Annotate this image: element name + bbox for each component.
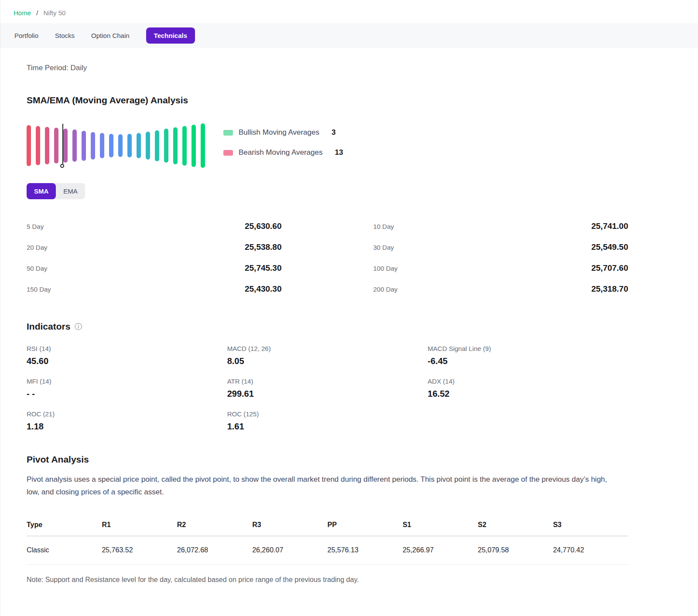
- sma-section-title: SMA/EMA (Moving Average) Analysis: [27, 95, 628, 106]
- pivot-table-header-row: Type R1 R2 R3 PP S1 S2 S3: [27, 516, 628, 536]
- gauge-bar: [137, 133, 141, 158]
- sma-section: SMA/EMA (Moving Average) Analysis Bullis…: [27, 95, 628, 299]
- gauge-bar: [54, 128, 58, 163]
- sma-period-value: 25,549.50: [591, 242, 628, 252]
- breadcrumb-home-link[interactable]: Home: [14, 9, 31, 17]
- pivot-cell: 25,079.58: [478, 536, 553, 565]
- sma-value-row: 100 Day 25,707.60: [373, 258, 629, 279]
- gauge-bar: [201, 123, 205, 168]
- pivot-cell: 26,260.07: [252, 536, 327, 565]
- pivot-col-header: PP: [328, 516, 403, 536]
- indicator-label: ADX (14): [428, 378, 628, 385]
- pivot-title: Pivot Analysis: [27, 454, 628, 465]
- indicators-section: Indicators ⓘ RSI (14) 45.60 MACD (12, 26…: [27, 321, 628, 432]
- indicator-label: ROC (21): [27, 410, 227, 418]
- indicator-item: ADX (14) 16.52: [428, 378, 628, 399]
- legend-bearish: Bearish Moving Averages 13: [223, 148, 343, 157]
- pivot-section: Pivot Analysis Pivot analysis uses a spe…: [27, 454, 628, 584]
- pivot-cell: 25,763.52: [102, 536, 177, 565]
- sma-value-row: 10 Day 25,741.00: [373, 216, 629, 237]
- info-icon[interactable]: ⓘ: [75, 323, 82, 330]
- tab-stocks[interactable]: Stocks: [55, 27, 75, 44]
- sma-values-grid: 5 Day 25,630.60 10 Day 25,741.00 20 Day …: [27, 216, 628, 299]
- pivot-note: Note: Support and Resistance level for t…: [27, 576, 628, 584]
- indicator-label: RSI (14): [27, 345, 227, 352]
- bearish-swatch-icon: [223, 150, 233, 156]
- gauge-bar: [173, 127, 178, 164]
- indicators-grid: RSI (14) 45.60 MACD (12, 26) 8.05 MACD S…: [27, 345, 628, 432]
- bearish-count: 13: [335, 148, 343, 157]
- sma-period-label: 200 Day: [373, 286, 398, 293]
- indicator-item: ATR (14) 299.61: [227, 378, 428, 399]
- ma-gauge-bars: [27, 122, 205, 169]
- sma-period-value: 25,538.80: [245, 242, 282, 252]
- pivot-col-header: S2: [478, 516, 553, 536]
- needle-knob: [60, 164, 64, 168]
- gauge-bar: [36, 126, 40, 165]
- pivot-cell: 24,770.42: [553, 536, 628, 565]
- sma-period-label: 50 Day: [27, 265, 48, 272]
- ema-toggle-button[interactable]: EMA: [56, 183, 85, 199]
- time-period-label: Time Period: Daily: [27, 64, 628, 72]
- tab-technicals[interactable]: Technicals: [146, 27, 195, 44]
- pivot-col-header: S3: [553, 516, 628, 536]
- pivot-table-row: Classic 25,763.52 26,072.68 26,260.07 25…: [27, 536, 628, 565]
- sma-period-value: 25,707.60: [591, 263, 628, 273]
- indicator-value: 1.61: [227, 422, 428, 432]
- bullish-count: 3: [332, 128, 335, 137]
- indicator-label: MACD (12, 26): [227, 345, 428, 352]
- pivot-col-header: S1: [403, 516, 478, 536]
- sma-period-value: 25,318.70: [591, 284, 628, 294]
- sma-ema-toggle: SMA EMA: [27, 183, 85, 199]
- tab-portfolio[interactable]: Portfolio: [14, 27, 38, 44]
- gauge-bar: [45, 127, 49, 164]
- indicator-item: RSI (14) 45.60: [27, 345, 227, 366]
- indicator-value: 299.61: [227, 389, 428, 399]
- sma-period-value: 25,630.60: [245, 221, 282, 231]
- sma-value-row: 20 Day 25,538.80: [27, 237, 282, 258]
- needle-line: [62, 124, 63, 164]
- gauge-bar: [91, 132, 95, 160]
- bearish-label: Bearish Moving Averages: [239, 148, 322, 157]
- sma-period-label: 150 Day: [27, 286, 51, 293]
- indicator-value: 16.52: [428, 389, 628, 399]
- indicator-value: - -: [27, 389, 227, 399]
- sma-value-row: 5 Day 25,630.60: [27, 216, 282, 237]
- indicator-label: ATR (14): [227, 378, 428, 385]
- bullish-label: Bullish Moving Averages: [239, 128, 319, 137]
- indicator-label: MACD Signal Line (9): [428, 345, 628, 352]
- sma-period-label: 30 Day: [373, 244, 394, 251]
- sma-toggle-button[interactable]: SMA: [27, 183, 56, 199]
- legend-bullish: Bullish Moving Averages 3: [223, 128, 343, 137]
- gauge-bar: [182, 126, 187, 166]
- gauge-bar: [118, 134, 123, 157]
- sma-period-value: 25,741.00: [591, 221, 628, 231]
- sma-period-value: 25,745.30: [245, 263, 282, 273]
- tab-option-chain[interactable]: Option Chain: [91, 27, 130, 44]
- pivot-table: Type R1 R2 R3 PP S1 S2 S3 Classic 25,763…: [27, 516, 628, 565]
- pivot-cell: Classic: [27, 536, 102, 565]
- indicator-value: 45.60: [27, 356, 227, 366]
- sma-period-value: 25,430.30: [245, 284, 282, 294]
- pivot-col-header: R2: [177, 516, 252, 536]
- indicator-item: MACD Signal Line (9) -6.45: [428, 345, 628, 366]
- gauge-bar: [82, 131, 86, 161]
- breadcrumb-separator: /: [36, 9, 38, 17]
- pivot-cell: 25,576.13: [328, 536, 403, 565]
- main-content: Time Period: Daily SMA/EMA (Moving Avera…: [0, 48, 698, 606]
- ma-gauge-row: Bullish Moving Averages 3 Bearish Moving…: [27, 122, 628, 169]
- gauge-bar: [146, 132, 150, 160]
- gauge-bar: [127, 134, 132, 157]
- indicators-title: Indicators: [27, 321, 70, 332]
- tab-bar: Portfolio Stocks Option Chain Technicals: [0, 23, 698, 48]
- indicator-label: ROC (125): [227, 410, 428, 418]
- technicals-page: Home / Nifty 50 Portfolio Stocks Option …: [0, 0, 698, 616]
- gauge-needle: [62, 124, 63, 168]
- sma-period-label: 20 Day: [27, 244, 48, 251]
- sma-value-row: 30 Day 25,549.50: [373, 237, 629, 258]
- indicator-item: ROC (21) 1.18: [27, 410, 227, 432]
- pivot-col-header: R3: [252, 516, 327, 536]
- ma-gauge: [27, 122, 205, 169]
- sma-period-label: 10 Day: [373, 223, 394, 230]
- sma-period-label: 5 Day: [27, 223, 44, 230]
